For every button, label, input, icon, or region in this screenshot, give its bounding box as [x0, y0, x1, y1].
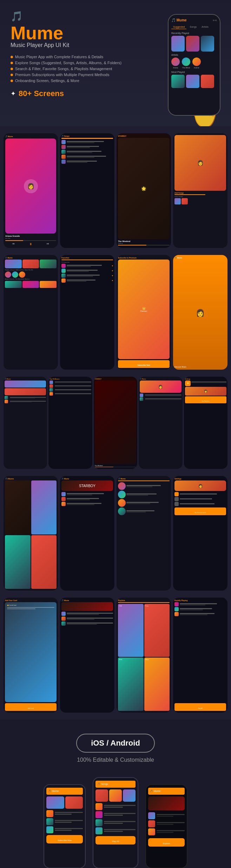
- phone-card-21: Rapidly Playing: [173, 598, 227, 712]
- platform-section: iOS / Android 100% Editable & Customizab…: [0, 720, 231, 868]
- most-played-1: [171, 75, 185, 88]
- phone-card-1: 🎵 Mume 👩 Ariana Grande Into You ⏮ ⏸ ⏭: [4, 133, 58, 248]
- phone-tab-artists: Artists: [200, 25, 210, 29]
- phone-card-13: Settings ⚙ 👩 Go Premium: [184, 377, 227, 469]
- feature-item-3: Search & Filter, Favorite Songs, & Playl…: [11, 67, 143, 71]
- phone-card-9: 🎵 Mume: [4, 377, 47, 469]
- bullet-icon: [11, 68, 13, 70]
- screenshots-grid-5: Add Your Card 💳 Credit Card Add Card 🎵 M…: [0, 594, 231, 716]
- phone-card-10: Top 20 Albums: [48, 377, 92, 469]
- screenshots-grid-4: 🎵 Albums 🎵 Mume STARBOY: [0, 472, 231, 594]
- phone-tab-suggested: Suggested: [171, 25, 186, 29]
- bullet-icon: [11, 62, 13, 64]
- phone-card-16: 🎵 Mume: [117, 476, 171, 591]
- most-played-3: [201, 75, 214, 88]
- phone-card-7: Subscribe to Premium 👑 Premium Subscribe…: [117, 255, 171, 370]
- card-2: [186, 36, 199, 52]
- screenshots-grid-3: 🎵 Mume: [0, 373, 231, 472]
- recently-played-label: Recently Played: [171, 32, 217, 34]
- phone-card-15: 🎵 Mume STARBOY: [60, 476, 114, 591]
- phone-card-19: 🎵 Mume: [60, 598, 114, 712]
- screenshots-section-1: 🎵 Mume 👩 Ariana Grande Into You ⏮ ⏸ ⏭ �: [0, 126, 231, 720]
- phone-card-4: 👩 Add Songs Latest Tracks: [173, 133, 227, 248]
- bullet-icon: [11, 56, 13, 58]
- phone-card-14: 🎵 Albums: [4, 476, 58, 591]
- phone-time: 9:41: [213, 19, 217, 21]
- hero-phone-screen: 🎵 Mume 9:41 Suggested Songs Artists Rece…: [169, 15, 220, 115]
- screenshots-grid-2: 🎵 Mume Shades of Love • Without You • Sa…: [0, 251, 231, 373]
- screenshots-grid-1: 🎵 Mume 👩 Ariana Grande Into You ⏮ ⏸ ⏭ �: [0, 130, 231, 251]
- phone-logo: 🎵 Mume: [171, 18, 187, 22]
- phone-card-3: STARBOY 🌟 The Weeknd Starboy: [117, 133, 171, 248]
- feature-item-5: Onboarding Screen, Settings, & More: [11, 79, 143, 83]
- platform-phone-center: 🎵 Songs: [93, 777, 138, 868]
- hero-section: 🎵 Mume Music Player App UI Kit Music Pla…: [0, 0, 231, 126]
- phone-card-6: Favorites 374 favorites ♥: [60, 255, 114, 370]
- phone-card-17: Settings 👩: [173, 476, 227, 591]
- editable-text: 100% Editable & Customizable: [11, 757, 220, 763]
- music-icon: 🎵: [11, 11, 23, 22]
- feature-item-4: Premium Subscriptions with Multiple Paym…: [11, 73, 143, 77]
- phone-card-20: Playlists Chill Party Work Sleep: [117, 598, 171, 712]
- artists-label: Artists: [171, 54, 217, 56]
- most-played-2: [186, 75, 199, 88]
- ariana-artwork: 👩: [5, 139, 56, 234]
- platform-mockups-row: 🎵 Mume: [11, 777, 220, 868]
- most-played-label: Most Played: [171, 71, 217, 73]
- phone-tab-songs: Songs: [188, 25, 198, 29]
- artist-avatar-3: [192, 58, 201, 66]
- platform-phone-left: 🎵 Mume: [44, 784, 86, 868]
- phone-card-5: 🎵 Mume Shades of Love • Without You • Sa…: [4, 255, 58, 370]
- bullet-icon: [11, 74, 13, 76]
- phone-card-18: Add Your Card 💳 Credit Card Add Card: [4, 598, 58, 712]
- artist-avatar-2: [182, 58, 190, 66]
- hero-phone-mockup: 🎵 Mume 9:41 Suggested Songs Artists Rece…: [143, 11, 220, 119]
- artist-avatar-1: [171, 58, 180, 66]
- logo-area: 🎵: [11, 11, 143, 22]
- screens-badge: ✦ 80+ Screens: [11, 89, 143, 98]
- phone-card-2: 🎵 Songs: [60, 133, 114, 248]
- brand-title: Mume: [11, 24, 143, 42]
- feature-item-1: Music Player App with Complete Features …: [11, 55, 143, 59]
- bullet-icon: [11, 80, 13, 82]
- card-3: [201, 36, 214, 52]
- brand-subtitle: Music Player App UI Kit: [11, 42, 143, 48]
- platform-badge: iOS / Android: [76, 734, 155, 753]
- screens-count: 80+ Screens: [19, 89, 64, 98]
- phone-card-11: STARBOY The Weeknd: [94, 377, 137, 469]
- features-list: Music Player App with Complete Features …: [11, 55, 143, 83]
- platform-phone-right: 🎵 Mume: [145, 784, 187, 868]
- phone-card-12: 🎵 Mume 👩: [139, 377, 182, 469]
- figma-icon: ✦: [11, 90, 16, 97]
- feature-item-2: Explore Songs (Suggested, Songs, Artists…: [11, 61, 143, 65]
- phone-card-8: 🎵 Mume 👩 Discover Music: [173, 255, 227, 370]
- hero-phone-frame: 🎵 Mume 9:41 Suggested Songs Artists Rece…: [168, 14, 220, 116]
- card-1: [171, 36, 185, 52]
